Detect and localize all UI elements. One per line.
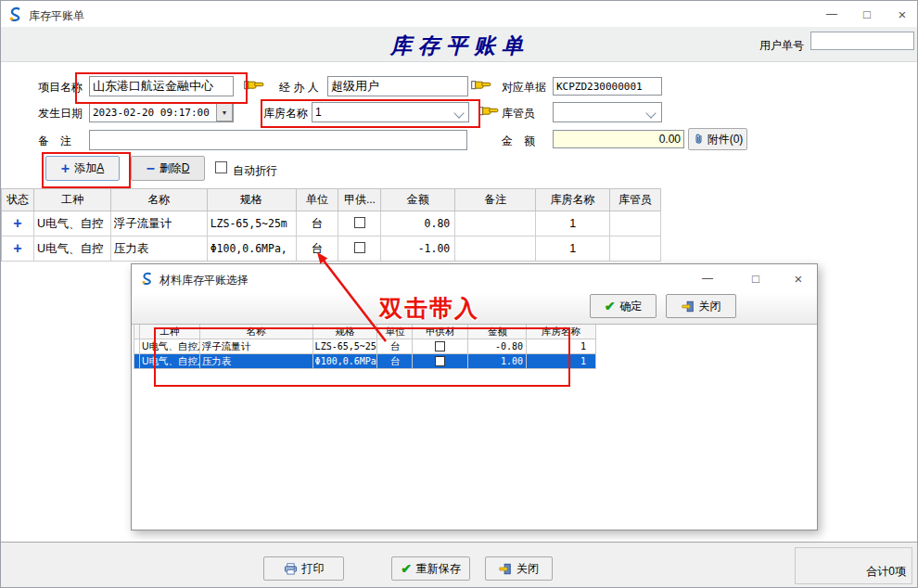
attachment-label: 附件(0)	[708, 132, 744, 147]
dialog-maximize-button[interactable]: □	[739, 265, 772, 291]
add-button[interactable]: + 添加A	[45, 156, 120, 181]
double-click-hint-text: 双击带入	[379, 293, 479, 324]
user-no-input[interactable]	[810, 32, 914, 50]
check-icon: ✔	[605, 300, 616, 313]
dialog-minimize-button[interactable]: —	[691, 265, 724, 291]
supplied-checkbox[interactable]	[354, 242, 365, 253]
close-button[interactable]: ×	[886, 1, 918, 27]
row-status-plus-icon: +	[13, 240, 21, 256]
delete-button[interactable]: − 删除D	[131, 156, 205, 181]
handler-picker-hand-icon[interactable]	[471, 78, 491, 92]
dialog-items-table: 工种 名称 规格 单位 甲供材 金额 库房名称 U电气、自控及 浮子流量计 LZ…	[134, 324, 596, 369]
doc-label: 对应单据	[502, 80, 546, 96]
col-header-keeper[interactable]: 库管员	[610, 189, 661, 211]
close-icon: ×	[899, 6, 907, 22]
exit-door-icon	[682, 300, 695, 313]
col-header-status[interactable]: 状态	[2, 189, 34, 211]
check-icon: ✔	[401, 562, 412, 575]
remark-label: 备 注	[38, 134, 71, 149]
autowrap-checkbox[interactable]	[215, 161, 227, 173]
maximize-button[interactable]: □	[850, 1, 884, 27]
delete-button-label: 删除D	[159, 160, 190, 176]
exit-door-icon	[499, 563, 512, 575]
handler-input[interactable]	[327, 76, 468, 96]
amount-input[interactable]	[553, 130, 684, 148]
attachment-button[interactable]: 附件(0)	[688, 128, 747, 150]
dialog-ok-button[interactable]: ✔ 确定	[590, 294, 657, 318]
dialog-close-label: 关闭	[699, 299, 721, 314]
main-table-header-row: 状态 工种 名称 规格 单位 甲供... 金额 备注 库房名称 库管员	[2, 189, 661, 211]
add-plus-icon: +	[61, 162, 70, 175]
dlg-col-warehouse[interactable]: 库房名称	[527, 325, 596, 339]
dialog-close-action-button[interactable]: 关闭	[666, 294, 736, 318]
date-label: 发生日期	[38, 106, 83, 121]
date-dropdown-button[interactable]: ▼	[216, 103, 233, 121]
autowrap-label: 自动折行	[233, 163, 277, 179]
dialog-ok-label: 确定	[619, 299, 642, 314]
handler-label: 经 办 人	[279, 80, 319, 96]
resave-label: 重新保存	[416, 561, 461, 577]
dialog-close-button[interactable]: ×	[782, 265, 815, 291]
print-label: 打印	[302, 561, 325, 577]
dlg-col-amount[interactable]: 金额	[468, 325, 527, 339]
close-icon: ×	[795, 271, 803, 287]
row-status-plus-icon: +	[13, 215, 21, 231]
window-titlebar: 库存平账单 — □ ×	[1, 1, 918, 27]
list-item-selected[interactable]: U电气、自控及 压力表 Φ100,0.6MPa 台 1.00 1	[134, 354, 596, 369]
delete-minus-icon: −	[146, 162, 154, 175]
dropdown-arrow-icon: ▼	[222, 109, 228, 116]
supplied-checkbox[interactable]	[435, 356, 445, 366]
minimize-button[interactable]: —	[815, 1, 848, 27]
print-button[interactable]: 打印	[263, 556, 344, 581]
project-picker-hand-icon[interactable]	[244, 78, 264, 92]
dlg-col-supplied[interactable]: 甲供材	[413, 325, 468, 339]
amount-label: 金 额	[502, 134, 535, 149]
maximize-icon: □	[752, 272, 759, 286]
project-input[interactable]	[89, 76, 234, 96]
table-row[interactable]: + U电气、自控 浮子流量计 LZS-65,5~25m 台 0.80 1	[2, 211, 661, 236]
keeper-label: 库管员	[502, 106, 535, 121]
footer-close-label: 关闭	[516, 561, 539, 577]
date-input[interactable]	[89, 102, 234, 122]
minimize-icon: —	[702, 272, 713, 285]
window-title: 库存平账单	[29, 8, 84, 24]
dlg-col-name[interactable]: 名称	[200, 325, 313, 339]
main-items-table: 状态 工种 名称 规格 单位 甲供... 金额 备注 库房名称 库管员 + U电…	[1, 188, 661, 262]
dialog-title: 材料库存平账选择	[159, 273, 249, 288]
minimize-icon: —	[826, 7, 837, 20]
resave-button[interactable]: ✔ 重新保存	[391, 556, 470, 581]
col-header-supplied[interactable]: 甲供...	[338, 189, 381, 211]
warehouse-label: 库房名称	[263, 106, 308, 121]
remark-input[interactable]	[89, 130, 467, 150]
dialog-titlebar: 材料库存平账选择 — □ ×	[132, 264, 817, 292]
printer-icon	[284, 563, 298, 575]
list-item[interactable]: U电气、自控及 浮子流量计 LZS-65,5~25m³ 台 -0.80 1	[134, 339, 596, 354]
dlg-col-unit[interactable]: 单位	[377, 325, 413, 339]
paperclip-icon	[693, 133, 705, 146]
col-header-type[interactable]: 工种	[34, 189, 111, 211]
warehouse-combo[interactable]	[312, 102, 469, 122]
col-header-unit[interactable]: 单位	[297, 189, 339, 211]
doc-input[interactable]	[553, 77, 662, 96]
inventory-balance-window: 库存平账单 — □ × 库存平账单 用户单号 项目名称 经 办 人 对应单据 发…	[0, 0, 918, 588]
project-label: 项目名称	[38, 80, 83, 96]
col-header-name[interactable]: 名称	[111, 189, 208, 211]
col-header-amount[interactable]: 金额	[381, 189, 455, 211]
footer-close-button[interactable]: 关闭	[485, 556, 553, 581]
supplied-checkbox[interactable]	[354, 217, 365, 228]
total-count: 合计0项	[866, 564, 906, 580]
app-logo-icon	[8, 6, 23, 21]
dlg-col-type[interactable]: 工种	[140, 325, 200, 339]
col-header-warehouse[interactable]: 库房名称	[536, 189, 610, 211]
total-panel: 合计0项	[795, 547, 912, 584]
dialog-logo-icon	[141, 272, 154, 288]
maximize-icon: □	[863, 7, 871, 21]
warehouse-picker-hand-icon[interactable]	[478, 104, 499, 118]
dlg-col-spec[interactable]: 规格	[313, 325, 378, 339]
table-row[interactable]: + U电气、自控 压力表 Φ100,0.6MPa, 台 -1.00 1	[2, 236, 661, 262]
col-header-spec[interactable]: 规格	[208, 189, 297, 211]
col-header-remark[interactable]: 备注	[455, 189, 536, 211]
supplied-checkbox[interactable]	[435, 341, 445, 352]
dialog-table-header-row: 工种 名称 规格 单位 甲供材 金额 库房名称	[134, 324, 596, 339]
add-button-label: 添加A	[74, 160, 104, 176]
